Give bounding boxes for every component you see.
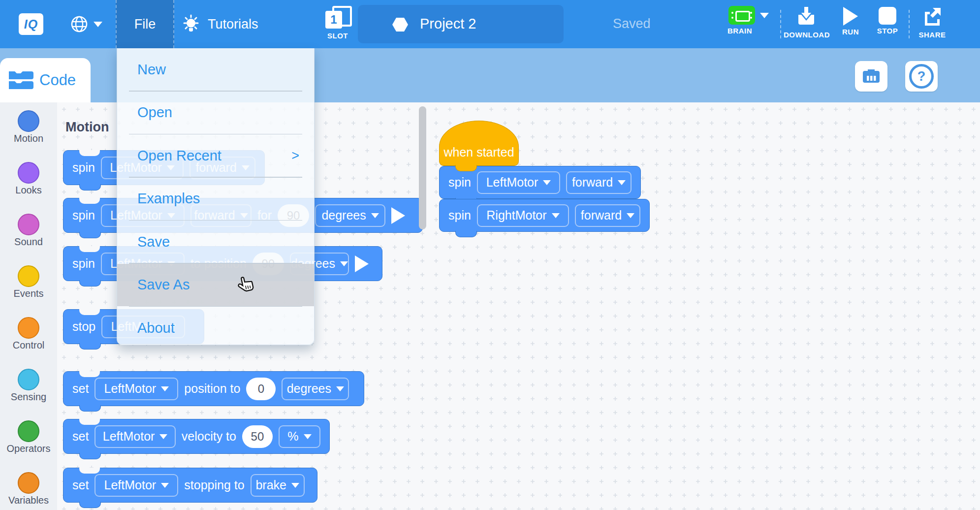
menu-tutorials[interactable]: Tutorials	[176, 0, 263, 48]
category-label: Variables	[0, 495, 57, 506]
block-text: position to	[184, 382, 240, 396]
brain-button[interactable]: BRAIN	[722, 6, 776, 35]
number-input[interactable]: 0	[246, 378, 276, 400]
lightbulb-icon	[181, 13, 201, 35]
dropdown-forward[interactable]: forward	[566, 171, 632, 194]
sidebar-category-control[interactable]: Control	[0, 317, 57, 365]
set-position-block[interactable]: setLeftMotorposition to0degrees	[63, 371, 364, 406]
menu-item-open-recent[interactable]: Open Recent>	[117, 134, 314, 177]
run-label: RUN	[836, 28, 865, 36]
menu-item-save-as[interactable]: Save As	[117, 264, 314, 306]
dropdown-value: LeftMotor	[103, 429, 155, 444]
category-label: Sound	[0, 236, 57, 248]
menu-item-about[interactable]: About	[117, 307, 314, 349]
play-preview-icon[interactable]	[391, 207, 405, 224]
sidebar-category-motion[interactable]: Motion	[0, 110, 57, 158]
category-label: Motion	[0, 133, 57, 144]
block-text: spin	[72, 256, 95, 271]
stop-icon	[879, 7, 896, 25]
run-button[interactable]: RUN	[836, 6, 865, 36]
dropdown-leftmotor[interactable]: LeftMotor	[477, 171, 560, 194]
dropdown-rightmotor[interactable]: RightMotor	[477, 204, 569, 227]
menu-item-save[interactable]: Save	[117, 221, 314, 263]
menu-file[interactable]: File	[116, 0, 174, 48]
number-input[interactable]: 50	[242, 425, 273, 448]
category-circle-icon[interactable]	[18, 265, 39, 287]
dropdown-forward[interactable]: forward	[575, 204, 640, 227]
block-text: set	[72, 429, 89, 444]
dropdown-value: degrees	[287, 382, 331, 396]
chevron-down-icon	[627, 213, 634, 218]
category-label: Looks	[0, 185, 57, 196]
help-button[interactable]: ?	[905, 61, 938, 92]
sidebar-category-events[interactable]: Events	[0, 265, 57, 313]
category-circle-icon[interactable]	[18, 472, 39, 494]
dropdown-leftmotor[interactable]: LeftMotor	[95, 425, 175, 448]
file-dropdown-menu: NewOpenOpen Recent>ExamplesSaveSave AsAb…	[117, 48, 315, 345]
category-circle-icon[interactable]	[18, 317, 39, 339]
dropdown-leftmotor[interactable]: LeftMotor	[95, 378, 178, 400]
stop-button[interactable]: STOP	[872, 6, 903, 35]
download-icon	[795, 6, 817, 27]
block-text: stop	[72, 319, 95, 334]
dropdown-value: LeftMotor	[104, 478, 157, 492]
palette-section-header: Motion	[65, 120, 109, 135]
category-circle-icon[interactable]	[18, 420, 39, 442]
sidebar-category-sound[interactable]: Sound	[0, 214, 57, 261]
category-circle-icon[interactable]	[18, 162, 39, 184]
hat-block-label: when started	[443, 145, 514, 159]
chevron-down-icon	[161, 483, 169, 488]
menu-item-examples[interactable]: Examples	[117, 178, 314, 220]
category-label: Events	[0, 288, 57, 299]
dropdown-degrees[interactable]: degrees	[282, 378, 349, 400]
chevron-down-icon	[552, 213, 560, 218]
dropdown-value: forward	[572, 175, 613, 190]
menu-item-label: About	[137, 320, 175, 336]
dropdown--[interactable]: %	[279, 425, 320, 448]
dropdown-brake[interactable]: brake	[251, 474, 305, 497]
chevron-down-icon	[543, 180, 551, 185]
top-bar: IQ File Tutorials 1 SLO	[0, 0, 980, 48]
menu-item-label: Open	[137, 104, 172, 121]
dropdown-leftmotor[interactable]: LeftMotor	[95, 474, 178, 497]
menu-item-label: New	[137, 62, 166, 78]
dropdown-value: %	[287, 429, 298, 444]
brain-port-icon	[861, 68, 881, 85]
sidebar-category-sensing[interactable]: Sensing	[0, 369, 57, 416]
slot-selector[interactable]: 1 SLOT	[322, 6, 353, 40]
stop-label: STOP	[872, 27, 903, 35]
language-menu[interactable]	[70, 15, 102, 33]
share-button[interactable]: SHARE	[914, 6, 951, 39]
project-name-button[interactable]: Project 2	[358, 5, 564, 43]
chevron-down-icon	[371, 213, 379, 218]
share-label: SHARE	[914, 31, 951, 39]
play-preview-icon[interactable]	[355, 255, 369, 272]
category-circle-icon[interactable]	[18, 214, 39, 235]
download-button[interactable]: DOWNLOAD	[784, 6, 829, 39]
download-label: DOWNLOAD	[784, 31, 829, 39]
spin-right-motor-block[interactable]: spinRightMotorforward	[439, 199, 650, 232]
category-label: Operators	[0, 443, 57, 454]
menu-item-new[interactable]: New	[117, 48, 314, 91]
category-circle-icon[interactable]	[18, 369, 39, 390]
menu-item-open[interactable]: Open	[117, 92, 314, 134]
device-info-button[interactable]	[855, 61, 887, 92]
sidebar-category-looks[interactable]: Looks	[0, 162, 57, 210]
tab-code[interactable]: Code	[0, 58, 91, 102]
save-status: Saved	[613, 16, 651, 32]
palette-scrollbar[interactable]	[419, 106, 426, 229]
chevron-down-icon	[161, 386, 169, 391]
block-text: spin	[72, 160, 95, 175]
dropdown-value: brake	[255, 478, 286, 492]
set-stopping-block[interactable]: setLeftMotorstopping tobrake	[63, 468, 317, 503]
category-circle-icon[interactable]	[18, 110, 39, 132]
dropdown-degrees[interactable]: degrees	[315, 204, 385, 227]
dropdown-value: LeftMotor	[486, 175, 538, 190]
set-velocity-block[interactable]: setLeftMotorvelocity to50%	[63, 419, 330, 454]
sidebar-category-operators[interactable]: Operators	[0, 420, 57, 468]
chevron-down-icon	[94, 22, 102, 27]
run-icon	[843, 7, 858, 26]
sidebar-category-variables[interactable]: Variables	[0, 472, 57, 510]
brain-label: BRAIN	[722, 27, 776, 35]
chevron-down-icon	[618, 180, 626, 185]
